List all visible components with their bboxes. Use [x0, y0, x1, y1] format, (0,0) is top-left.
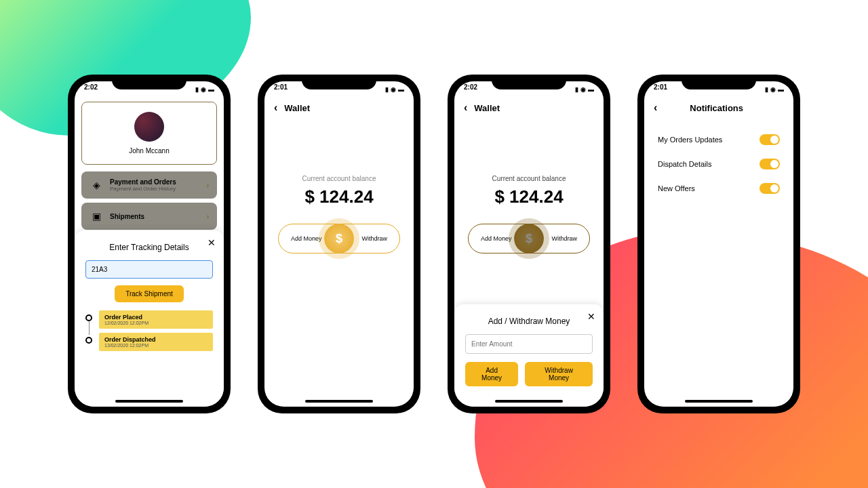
page-title: Wallet	[474, 103, 500, 113]
truck-icon: ▣	[90, 209, 103, 223]
wifi-icon: ◉	[770, 86, 776, 93]
chevron-right-icon: ›	[207, 182, 209, 189]
home-indicator[interactable]	[685, 400, 753, 403]
battery-icon: ▬	[588, 86, 594, 93]
timeline-dot-icon	[85, 337, 92, 344]
toggle-dispatch[interactable]	[760, 159, 780, 169]
signal-icon: ▮	[385, 86, 389, 93]
profile-name: John Mccann	[89, 147, 210, 155]
home-indicator[interactable]	[115, 400, 183, 403]
toggle-orders[interactable]	[760, 134, 780, 145]
sheet-title: Add / Withdraw Money	[465, 317, 593, 326]
back-icon[interactable]: ‹	[274, 102, 277, 114]
chevron-right-icon: ›	[207, 213, 209, 220]
signal-icon: ▮	[195, 86, 199, 93]
signal-icon: ▮	[575, 86, 578, 93]
notif-label: New Offers	[658, 184, 695, 192]
toggle-offers[interactable]	[760, 183, 780, 194]
back-icon[interactable]: ‹	[654, 102, 657, 114]
card-icon: ◈	[90, 178, 103, 192]
signal-icon: ▮	[765, 86, 768, 93]
phone-wallet: 2:01▮◉▬ ‹Wallet Current account balance …	[258, 75, 420, 413]
wallet-actions: Add Money $ Withdraw	[278, 224, 400, 253]
timeline-item: Order Placed12/02/2020 12:02PM	[85, 310, 213, 329]
balance-amount: $ 124.24	[454, 186, 604, 207]
status-time: 2:02	[464, 83, 477, 96]
tracking-input[interactable]	[85, 260, 213, 279]
amount-input[interactable]	[465, 334, 593, 354]
page-title: Wallet	[284, 103, 310, 113]
sheet-title: Enter Tracking Details	[85, 243, 213, 252]
profile-card: John Mccann	[81, 102, 217, 165]
withdraw-button[interactable]: Withdraw	[551, 235, 577, 242]
notif-row-orders: My Orders Updates	[658, 127, 780, 152]
wallet-actions: Add Money $ Withdraw	[468, 224, 590, 253]
add-money-button[interactable]: Add Money	[481, 235, 512, 242]
phone-tracking: 2:02▮◉▬ John Mccann ◈ Payment and Orders…	[68, 75, 231, 413]
timeline-dot-icon	[85, 314, 92, 321]
track-shipment-button[interactable]: Track Shipment	[115, 285, 184, 302]
balance-amount: $ 124.24	[264, 186, 414, 207]
notif-row-offers: New Offers	[658, 176, 780, 201]
wifi-icon: ◉	[580, 86, 586, 93]
add-money-button[interactable]: Add Money	[291, 235, 322, 242]
status-time: 2:02	[84, 83, 98, 96]
notif-label: My Orders Updates	[658, 136, 722, 144]
status-time: 2:01	[654, 83, 667, 96]
notif-row-dispatch: Dispatch Details	[658, 152, 780, 176]
avatar	[134, 112, 164, 142]
menu-payments[interactable]: ◈ Payment and OrdersPayment and Order Hi…	[81, 171, 217, 199]
menu-shipments[interactable]: ▣ Shipments ›	[81, 203, 217, 230]
battery-icon: ▬	[778, 86, 784, 93]
notif-label: Dispatch Details	[658, 160, 711, 168]
back-icon[interactable]: ‹	[464, 102, 467, 114]
wifi-icon: ◉	[391, 86, 396, 93]
amount-sheet: ✕ Add / Withdraw Money Add Money Withdra…	[454, 304, 604, 407]
home-indicator[interactable]	[495, 400, 563, 403]
withdraw-button[interactable]: Withdraw	[361, 235, 387, 242]
battery-icon: ▬	[208, 86, 214, 93]
balance-label: Current account balance	[264, 175, 414, 182]
status-time: 2:01	[274, 83, 288, 96]
dollar-icon: $	[514, 224, 544, 253]
phone-notifications: 2:01▮◉▬ ‹Notifications My Orders Updates…	[637, 75, 800, 413]
timeline: Order Placed12/02/2020 12:02PM Order Dis…	[85, 310, 213, 351]
phone-wallet-sheet: 2:02▮◉▬ ‹Wallet Current account balance …	[448, 75, 610, 413]
dollar-icon: $	[324, 224, 354, 253]
page-title: Notifications	[664, 103, 769, 113]
balance-label: Current account balance	[454, 175, 604, 182]
timeline-item: Order Dispatched13/02/2020 12:02PM	[85, 333, 213, 351]
battery-icon: ▬	[398, 86, 404, 93]
wifi-icon: ◉	[201, 86, 206, 93]
close-icon[interactable]: ✕	[587, 311, 595, 322]
tracking-sheet: ✕ Enter Tracking Details Track Shipment …	[75, 230, 224, 407]
home-indicator[interactable]	[305, 400, 373, 403]
add-money-button[interactable]: Add Money	[465, 362, 518, 386]
withdraw-money-button[interactable]: Withdraw Money	[525, 362, 593, 386]
close-icon[interactable]: ✕	[208, 237, 216, 248]
